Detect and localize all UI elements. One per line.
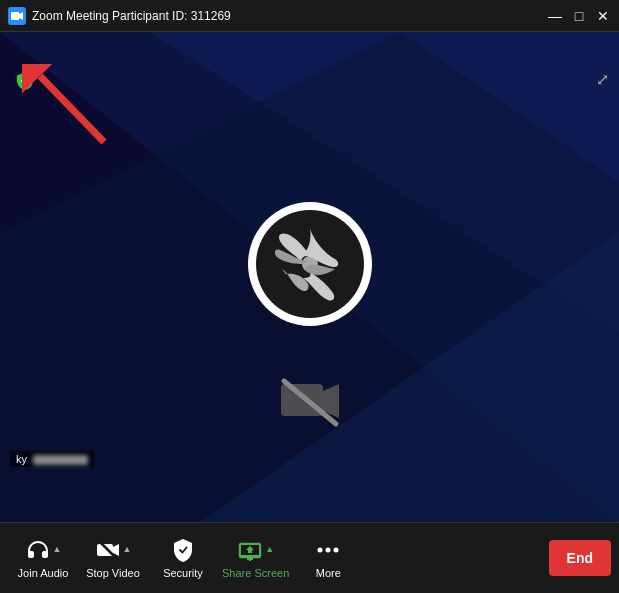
camera-off-container bbox=[279, 376, 341, 432]
svg-point-26 bbox=[334, 548, 339, 553]
videocam-off-icon bbox=[95, 537, 121, 563]
share-screen-icon-group: ▲ bbox=[237, 537, 274, 563]
headphone-icon bbox=[25, 537, 51, 563]
title-bar-left: Zoom Meeting Participant ID: 311269 bbox=[8, 7, 231, 25]
stop-video-caret[interactable]: ▲ bbox=[123, 544, 132, 554]
security-badge-area bbox=[14, 70, 36, 92]
zoom-logo-icon bbox=[8, 7, 26, 25]
security-button[interactable]: Security bbox=[148, 528, 218, 588]
join-audio-button[interactable]: ▲ Join Audio bbox=[8, 528, 78, 588]
minimize-button[interactable]: — bbox=[547, 8, 563, 24]
security-label: Security bbox=[163, 567, 203, 579]
join-audio-label: Join Audio bbox=[18, 567, 69, 579]
share-screen-button[interactable]: ▲ Share Screen bbox=[218, 528, 293, 588]
participant-name: ky bbox=[16, 453, 27, 465]
camera-off-icon bbox=[279, 376, 341, 428]
stop-video-icon-group: ▲ bbox=[95, 537, 132, 563]
more-button[interactable]: More bbox=[293, 528, 363, 588]
share-screen-label: Share Screen bbox=[222, 567, 289, 579]
title-bar: Zoom Meeting Participant ID: 311269 — □ … bbox=[0, 0, 619, 32]
join-audio-caret[interactable]: ▲ bbox=[53, 544, 62, 554]
video-area: ⤢ bbox=[0, 32, 619, 522]
svg-point-25 bbox=[326, 548, 331, 553]
end-meeting-button[interactable]: End bbox=[549, 540, 611, 576]
dots-icon bbox=[315, 537, 341, 563]
toolbar: ▲ Join Audio ▲ Stop Video Security bbox=[0, 522, 619, 593]
stop-video-label: Stop Video bbox=[86, 567, 140, 579]
obs-logo-container bbox=[245, 199, 375, 329]
shield-icon bbox=[170, 537, 196, 563]
stop-video-button[interactable]: ▲ Stop Video bbox=[78, 528, 148, 588]
obs-logo-icon bbox=[245, 199, 375, 329]
participant-name-blurred bbox=[33, 455, 88, 465]
expand-icon[interactable]: ⤢ bbox=[596, 70, 609, 89]
svg-point-24 bbox=[318, 548, 323, 553]
close-button[interactable]: ✕ bbox=[595, 8, 611, 24]
maximize-button[interactable]: □ bbox=[571, 8, 587, 24]
title-text: Zoom Meeting Participant ID: 311269 bbox=[32, 9, 231, 23]
svg-marker-1 bbox=[11, 12, 19, 20]
participant-name-label: ky bbox=[10, 451, 94, 467]
share-screen-caret[interactable]: ▲ bbox=[265, 544, 274, 554]
share-up-icon bbox=[237, 537, 263, 563]
more-icon-group bbox=[315, 537, 341, 563]
join-audio-icon-group: ▲ bbox=[25, 537, 62, 563]
more-label: More bbox=[316, 567, 341, 579]
security-icon-group bbox=[170, 537, 196, 563]
window-controls: — □ ✕ bbox=[547, 8, 611, 24]
security-shield-icon bbox=[14, 70, 36, 92]
